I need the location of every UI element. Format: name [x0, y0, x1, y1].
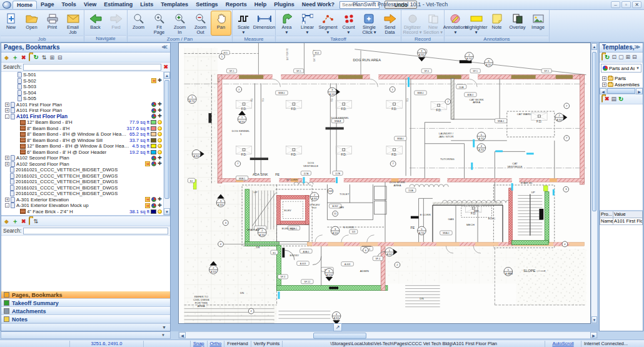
page-row[interactable]: 20161021_CCCC_VETTECH_BIDSET_DWGS [1, 191, 163, 197]
scroll-right-icon[interactable]: ▶ [590, 332, 597, 338]
print-button[interactable]: Print [42, 11, 63, 36]
expand-icon[interactable]: + [602, 83, 606, 87]
collapse-icon[interactable]: - [5, 114, 9, 119]
expand-icon[interactable]: + [5, 108, 9, 113]
template-folder-assemblies[interactable]: +Assemblies [602, 81, 643, 88]
toggle-freehand[interactable]: FreeHand [224, 341, 251, 347]
color-swatch[interactable] [151, 126, 156, 131]
visibility-bulb-icon[interactable] [158, 138, 162, 143]
canvas-vscrollbar[interactable]: ▲ ▼ [591, 43, 598, 324]
move-crosshair-icon[interactable]: ✚ [158, 114, 162, 119]
page-row[interactable]: +A-301 Exterior ElevationH✚ [1, 197, 163, 203]
note-button[interactable]: Note [486, 11, 507, 36]
collapse-all-icon[interactable]: ⊟ [58, 54, 63, 61]
pin-icon[interactable]: ◆ [4, 54, 9, 61]
note-badge-icon[interactable]: H [145, 161, 150, 166]
takeoff-item-row[interactable]: 12" Beam Bond - 8'H77.9 sq ft [1, 119, 163, 126]
collapse-panel-icon[interactable]: ≪ [162, 44, 168, 51]
move-crosshair-icon[interactable]: ✚ [158, 78, 162, 83]
folder-icon[interactable] [29, 218, 30, 224]
canvas-hscrollbar[interactable]: ◀ ▶ [178, 331, 598, 339]
zoom-button[interactable]: Zoom [128, 11, 149, 36]
menu-page[interactable]: Page [37, 1, 58, 9]
menu-reports[interactable]: Reports [222, 1, 251, 9]
page-row[interactable]: S-501 [1, 72, 163, 78]
autoscroll-toggle[interactable]: AutoScroll [545, 341, 581, 347]
open-button[interactable]: Open [21, 11, 42, 36]
refresh-icon[interactable]: ↻ [605, 54, 610, 61]
area-button[interactable]: Area ▾ [276, 11, 297, 36]
menu-tools[interactable]: Tools [58, 1, 80, 9]
page-row[interactable]: 20161021_CCCC_VETTECH_BIDSET_DWGS [1, 185, 163, 191]
clear-search-icon[interactable]: ✖ [163, 64, 168, 70]
zoom-button[interactable]: Zoom In [169, 11, 190, 36]
note-badge-icon[interactable]: H [151, 78, 156, 83]
page-row[interactable]: 20161021_CCCC_VETTECH_BIDSET_DWGS [1, 179, 163, 185]
scroll-down-icon[interactable]: ▼ [591, 316, 597, 323]
scale-button[interactable]: Scale ▾ [233, 11, 254, 36]
sort-icon[interactable]: ⇅ [42, 54, 47, 61]
folder-icon[interactable] [601, 96, 603, 103]
pages-search-input[interactable] [23, 64, 161, 71]
takeoff-record-icon[interactable] [151, 161, 156, 166]
email-button[interactable]: Email Job [63, 11, 83, 36]
close-button[interactable]: ✕ [632, 1, 641, 8]
page-row[interactable]: -A-301 Exterior Elevation Mock upH✚ [1, 203, 163, 209]
page-row[interactable]: +A101 First Floor Plan✚ [1, 102, 163, 108]
highlighter-button[interactable]: Highlighter ▾ [466, 11, 486, 36]
new-button[interactable]: New [1, 11, 21, 36]
templates-dropdown[interactable]: Parts and Asseml ▼ [601, 64, 641, 73]
plan-canvas[interactable]: F.D.F.D.F.D.F.D.F.D.F.D.F.D.F.D.F.D.F.D.… [178, 43, 591, 324]
move-crosshair-icon[interactable]: ✚ [158, 156, 162, 161]
visibility-bulb-icon[interactable] [158, 120, 162, 124]
page-row[interactable]: S-502H✚ [1, 78, 163, 84]
delete-icon[interactable]: ✖ [21, 54, 26, 61]
add-icon[interactable]: ＋ [12, 53, 18, 62]
accordion-takeoff-summary[interactable]: Takeoff Summary [1, 299, 170, 307]
move-crosshair-icon[interactable]: ✚ [158, 161, 162, 166]
boxed-dot-icon[interactable]: ⊡ [611, 54, 616, 61]
takeoff-item-row[interactable]: 4" Face Brick - 2'4" H38.1 sq ft [1, 209, 163, 215]
dimension-button[interactable]: Dimension [254, 11, 274, 36]
fwd-button[interactable]: Fwd [106, 11, 126, 35]
color-swatch[interactable] [151, 120, 156, 124]
templates-panel-header[interactable]: Templates, P... ≫ [600, 43, 643, 53]
visibility-bulb-icon[interactable] [158, 132, 162, 136]
fit-button[interactable]: Fit Page [149, 11, 169, 36]
expand-icon[interactable]: + [5, 103, 9, 107]
page-row[interactable]: S-504 [1, 90, 163, 96]
menu-help[interactable]: Help [251, 1, 271, 9]
menu-lists[interactable]: Lists [136, 1, 157, 9]
app-logo-icon[interactable] [3, 1, 11, 9]
templates-hscrollbar[interactable]: ◀ ▶ [600, 88, 643, 94]
expand-all-icon[interactable]: ⊞ [49, 54, 54, 61]
expand-panel-icon[interactable]: ≫ [635, 44, 640, 51]
note-badge-icon[interactable]: H [145, 197, 150, 202]
page-row[interactable]: S-505 [1, 96, 163, 102]
takeoff-item-row[interactable]: 6" Beam Bond - 8' H @ Door Header19.2 sq… [1, 149, 163, 156]
menu-plugins[interactable]: Plugins [270, 1, 298, 9]
pin-icon[interactable]: ◆ [4, 218, 9, 224]
scroll-left-icon[interactable]: ◀ [600, 88, 606, 94]
takeoff-record-icon[interactable] [151, 203, 156, 208]
page-row[interactable]: +A101 First Floor Plan✚ [1, 108, 163, 114]
folder-icon[interactable] [29, 54, 30, 61]
count-button[interactable]: Count ▾ [338, 11, 359, 36]
menu-settings[interactable]: Settings [192, 1, 222, 9]
back-button[interactable]: Back [85, 11, 106, 35]
sort-icon[interactable]: ⇅ [33, 218, 38, 224]
takeoff-item-row[interactable]: 8" CMU - 2' H below grade filled with co… [1, 214, 163, 215]
menu-home[interactable]: Home [13, 1, 37, 9]
expand-icon[interactable]: + [5, 198, 9, 202]
delete-icon[interactable]: ✖ [21, 218, 26, 224]
takeoff-item-row[interactable]: 12" Beam Bond - 8'H @ Window & Door Head… [1, 143, 163, 149]
page-row[interactable]: 20161021_CCCC_VETTECH_BIDSET_DWGS [1, 173, 163, 179]
menu-templates[interactable]: Templates [157, 1, 192, 9]
single-button[interactable]: Single Click ▾ [359, 11, 380, 36]
scroll-up-icon[interactable]: ▲ [164, 72, 170, 79]
refresh-icon[interactable]: ↻ [33, 54, 38, 61]
add-icon[interactable]: ＋ [12, 217, 18, 226]
menu-estimating[interactable]: Estimating [100, 1, 136, 9]
accordion-notes[interactable]: Notes [1, 315, 170, 323]
overlay-button[interactable]: Overlay [507, 11, 528, 36]
